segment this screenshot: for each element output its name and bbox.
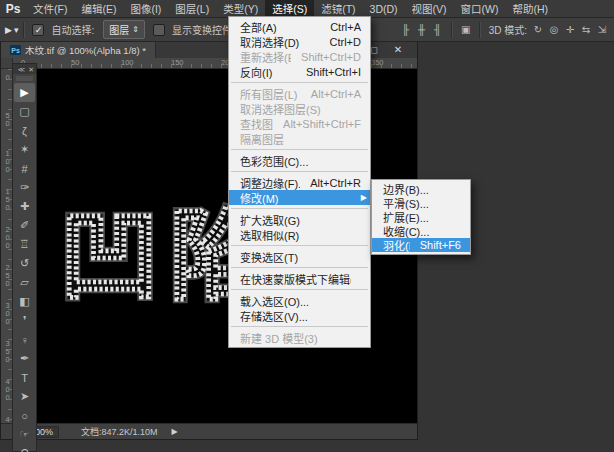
menu-item[interactable]: ▶ [231, 208, 368, 209]
3d-rotate-icon[interactable]: ↻ [531, 23, 545, 37]
submenu-item[interactable]: 收缩(C)... [372, 224, 470, 238]
type-tool[interactable]: T [14, 368, 35, 387]
lasso-tool[interactable]: ζ [14, 121, 35, 140]
menu-item[interactable]: 色彩范围(C)... ▶ [229, 153, 370, 168]
submenu-item[interactable]: 扩展(E)... [372, 210, 470, 224]
tools-panel-header: ≪ ✕ [13, 64, 36, 74]
menu-item[interactable]: 调整边缘(F)... Alt+Ctrl+R ▶ [229, 175, 370, 190]
gradient-tool[interactable]: ◧ [14, 292, 35, 311]
menubar-item[interactable]: 文件(F) [26, 0, 74, 17]
spot-healing-brush-tool[interactable]: ✚ [14, 197, 35, 216]
align-vertical-centers-icon[interactable]: ╫ [415, 23, 429, 37]
zoom-tool[interactable]: ⚲ [14, 444, 35, 452]
menu-item[interactable]: 取消选择图层(S) ▶ [229, 101, 370, 116]
ruler-label: 50 [2, 111, 12, 149]
panel-grip[interactable] [16, 76, 33, 81]
menu-item[interactable]: ▶ [231, 326, 368, 327]
menu-item[interactable]: 在快速蒙版模式下编辑(Q) ▶ [229, 271, 370, 286]
modify-submenu: 边界(B)... 平滑(S)... 扩展(E)... 收缩(C)... 羽化(F… [371, 179, 471, 255]
move-tool[interactable]: ▶ [14, 83, 35, 102]
options-separator [23, 22, 25, 38]
menubar-item[interactable]: 视图(V) [405, 0, 454, 17]
shape-tool[interactable]: ○ [14, 406, 35, 425]
eraser-tool[interactable]: ▱ [14, 273, 35, 292]
menubar-item[interactable]: 选择(S) [265, 0, 314, 17]
status-bar: 100% 文档:847.2K/1.10M ▶ [1, 423, 417, 439]
pen-tool[interactable]: ✒ [14, 349, 35, 368]
menu-item[interactable]: ▶ [231, 82, 368, 83]
menubar-item[interactable]: 窗口(W) [454, 0, 506, 17]
menu-item[interactable]: ▶ [231, 267, 368, 268]
auto-select-target-value: 图层 [109, 22, 129, 37]
tool-preset-button[interactable]: ▶ ▾ [5, 25, 18, 35]
menu-item[interactable]: ▶ [231, 171, 368, 172]
eyedropper-tool[interactable]: ✑ [14, 178, 35, 197]
show-transform-label: 显示变换控件 [172, 22, 232, 37]
align-bottom-edges-icon[interactable]: ╢ [431, 23, 445, 37]
document-tab[interactable]: Ps 木纹.tif @ 100%(Alpha 1/8) * [1, 42, 156, 58]
photoshop-window: Ps 文件(F) 编辑(E) 图像(I) 图层(L) 类型(Y) 选择(S) 滤… [0, 0, 614, 452]
collapse-panel-icon[interactable]: ≪ [18, 66, 25, 73]
menu-item[interactable]: ▶ [231, 289, 368, 290]
menu-item[interactable]: 所有图层(L) Alt+Ctrl+A ▶ [229, 86, 370, 101]
status-options-arrow-icon[interactable]: ▶ [172, 427, 178, 436]
menu-item[interactable]: 选取相似(R) ▶ [229, 227, 370, 242]
dodge-tool[interactable]: ♀ [14, 330, 35, 349]
show-transform-checkbox[interactable] [153, 24, 165, 36]
ruler-label: 400 [2, 377, 12, 415]
menubar-item[interactable]: 图像(I) [123, 0, 168, 17]
ruler-label: 100 [121, 58, 171, 67]
close-icon: ✕ [394, 44, 402, 55]
menu-item[interactable]: 存储选区(V)... ▶ [229, 308, 370, 323]
close-button[interactable]: ✕ [389, 43, 407, 56]
menu-item[interactable]: 全部(A) Ctrl+A ▶ [229, 19, 370, 34]
close-panel-icon[interactable]: ✕ [28, 66, 34, 73]
ruler-label: 100 [2, 149, 12, 187]
path-selection-tool[interactable]: ➤ [14, 387, 35, 406]
menu-item[interactable]: 重新选择(E) Shift+Ctrl+D ▶ [229, 49, 370, 64]
auto-select-checkbox[interactable]: ✓ [32, 24, 44, 36]
menu-item[interactable]: 隔离图层 ▶ [229, 131, 370, 146]
brush-tool[interactable]: ✐ [14, 216, 35, 235]
menu-item[interactable]: 扩大选取(G) ▶ [229, 212, 370, 227]
clone-stamp-tool[interactable]: ♖ [14, 235, 35, 254]
history-brush-tool[interactable]: ↺ [14, 254, 35, 273]
menu-item[interactable]: 新建 3D 模型(3) ▶ [229, 330, 370, 345]
menu-item[interactable]: 反向(I) Shift+Ctrl+I ▶ [229, 64, 370, 79]
menu-item[interactable]: ▶ [231, 149, 368, 150]
blur-tool[interactable]: ❜ [14, 311, 35, 330]
ruler-label: 50 [71, 58, 121, 67]
ruler-label: 350 [371, 58, 417, 67]
ruler-label: 0 [2, 73, 12, 111]
select-menu: 全部(A) Ctrl+A ▶ 取消选择(D) Ctrl+D ▶ 重新选择(E) … [228, 16, 371, 348]
menubar-item[interactable]: 滤镜(T) [314, 0, 362, 17]
3d-drag-icon[interactable]: ✛ [563, 23, 577, 37]
menubar-item[interactable]: 类型(Y) [216, 0, 265, 17]
submenu-item[interactable]: 羽化(F)... Shift+F6 [372, 238, 470, 252]
menu-item[interactable]: 修改(M) ▶ [229, 190, 370, 205]
submenu-item[interactable]: 边界(B)... [372, 182, 470, 196]
align-top-edges-icon[interactable]: ╟ [399, 23, 413, 37]
menubar-item[interactable]: 图层(L) [168, 0, 216, 17]
3d-roll-icon[interactable]: ◎ [547, 23, 561, 37]
menubar-item[interactable]: 帮助(H) [506, 0, 556, 17]
document-size-info: 文档:847.2K/1.10M [81, 425, 158, 438]
ruler-label: 200 [2, 225, 12, 263]
rectangular-marquee-tool[interactable]: ▢ [14, 102, 35, 121]
magic-wand-tool[interactable]: ✶ [14, 140, 35, 159]
align-buttons: ╟╫╢ [398, 23, 446, 37]
auto-select-target-dropdown[interactable]: 图层 ⇕ [103, 20, 145, 39]
menu-item[interactable]: 取消选择(D) Ctrl+D ▶ [229, 34, 370, 49]
menu-item[interactable]: 变换选区(T) ▶ [229, 249, 370, 264]
menu-item[interactable]: 载入选区(O)... ▶ [229, 293, 370, 308]
menubar-item[interactable]: 3D(D) [363, 0, 405, 17]
menu-item[interactable]: 查找图层 Alt+Shift+Ctrl+F ▶ [229, 116, 370, 131]
auto-align-layers-icon[interactable]: ▣ [459, 23, 473, 37]
hand-tool[interactable]: ☞ [14, 425, 35, 444]
menu-item[interactable]: ▶ [231, 245, 368, 246]
3d-scale-icon[interactable]: ⇲ [595, 23, 609, 37]
3d-slide-icon[interactable]: ⇆ [579, 23, 593, 37]
crop-tool[interactable]: # [14, 159, 35, 178]
submenu-item[interactable]: 平滑(S)... [372, 196, 470, 210]
menubar-item[interactable]: 编辑(E) [74, 0, 123, 17]
